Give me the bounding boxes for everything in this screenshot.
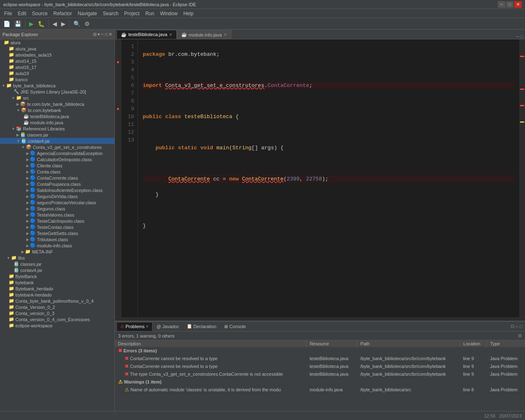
menu-navigate[interactable]: Navigate — [75, 10, 99, 17]
menu-project[interactable]: Project — [122, 10, 142, 17]
editor-min-btn[interactable]: ─ — [516, 34, 520, 39]
tree-item[interactable]: 🫙contav4.jar — [0, 267, 114, 273]
toolbar-forward-btn[interactable]: ▶ — [59, 20, 67, 28]
tree-item[interactable]: 🔧JRE System Library [JavaSE-20] — [0, 89, 114, 95]
menu-refactor[interactable]: Refactor — [51, 10, 74, 17]
tree-item[interactable]: ▼📁byte_bank_biblioteca — [0, 82, 114, 89]
toolbar-settings-btn[interactable]: ⚙ — [83, 20, 91, 28]
tree-item[interactable]: ▼📁libs — [0, 255, 114, 261]
tree-item[interactable]: ▶🔵seguroProtecaoVeicular.class — [0, 199, 114, 205]
problem-row[interactable]: ⚠ Name of automatic module 'classes' is … — [115, 386, 525, 394]
tree-item[interactable]: ☕module-info.java — [0, 119, 114, 126]
tree-item[interactable]: ▶🔵module-info.class — [0, 242, 114, 249]
menu-file[interactable]: File — [2, 10, 14, 17]
tree-item[interactable]: ▶🔵ContaPoupanca.class — [0, 181, 114, 187]
tree-item[interactable]: 📁alura_java — [0, 46, 114, 52]
tree-item[interactable]: ▶🔵TesteContas.class — [0, 224, 114, 230]
tab-console[interactable]: 🖥 Console — [220, 322, 249, 331]
filter-btn[interactable]: ⊡ — [511, 324, 514, 329]
tree-item[interactable]: 📁Conta_version_0_4_com_Excessoes — [0, 316, 114, 322]
tree-item[interactable]: 📁Conta_Version_0_2 — [0, 304, 114, 310]
toolbar-back-btn[interactable]: ◀ — [51, 20, 59, 28]
tree-item[interactable]: ▶🔵TesteCalcImposto.class — [0, 218, 114, 224]
tree-item[interactable]: ▶🔵CalculadorDeImposto.class — [0, 156, 114, 162]
bottom-min-btn[interactable]: ─ — [516, 324, 519, 329]
expand-all-btn[interactable]: ⊞ — [518, 333, 522, 338]
bottom-max-btn[interactable]: □ — [520, 324, 523, 329]
menu-window[interactable]: Window — [158, 10, 180, 17]
toolbar-run-btn[interactable]: ▶ — [27, 20, 35, 28]
menu-run[interactable]: Run — [143, 10, 157, 17]
tree-item[interactable]: 📁alura — [0, 39, 114, 46]
tree-item[interactable]: 🫙classes.jar — [0, 261, 114, 267]
tree-item[interactable]: ▼🫙contav4.jar — [0, 138, 114, 144]
category-row[interactable]: ⚠ Warnings (1 item) — [115, 378, 525, 386]
problem-row[interactable]: ✖ The type Conta_v3_get_set_e_construtor… — [115, 370, 525, 378]
tree-item[interactable]: ▶🔵Conta.class — [0, 169, 114, 175]
tree-item[interactable]: ▼📦Conta_v3_get_set_e_construtores — [0, 144, 114, 150]
tree-item[interactable]: ▶📦br.com.byte_bank_biblioteca — [0, 101, 114, 107]
tree-item[interactable]: ▼📚Referenced Libraries — [0, 126, 114, 132]
minimize-btn[interactable]: ─ — [498, 1, 505, 8]
problem-row[interactable]: ✖ ContaCorrente cannot be resolved to a … — [115, 355, 525, 363]
declaration-label: Declaration — [194, 324, 217, 329]
problem-row[interactable]: ✖ ContaCorrente cannot be resolved to a … — [115, 363, 525, 370]
close-btn[interactable]: ✕ — [514, 1, 522, 8]
menu-source[interactable]: Source — [30, 10, 50, 17]
toolbar-save-btn[interactable]: 💾 — [13, 20, 23, 28]
maximize-btn[interactable]: □ — [506, 1, 514, 8]
tree-item[interactable]: 📁eclipse-workspace — [0, 322, 114, 329]
toolbar-new-btn[interactable]: 📄 — [2, 20, 12, 28]
explorer-menu-btn[interactable]: ▾ — [98, 32, 100, 37]
problems-tab-close[interactable]: ✕ — [146, 324, 149, 329]
tree-item[interactable]: ▶🔵ContaCorrente.class — [0, 175, 114, 181]
tab-close-1[interactable]: ✕ — [169, 32, 172, 37]
tree-item[interactable]: 📁Conta_byte_bank_polimorfismo_v_0_4 — [0, 298, 114, 304]
tree-item[interactable]: 📁bytebank-herdado — [0, 292, 114, 298]
tab-testeBiblioteca[interactable]: ☕ testeBiblioteca.java ✕ — [116, 30, 177, 39]
tree-item[interactable]: ▶🔵Tributavel.class — [0, 236, 114, 242]
tree-item[interactable]: 📁ByteBanck — [0, 273, 114, 279]
category-row[interactable]: ✖ Errors (3 items) — [115, 347, 525, 355]
explorer-max-btn[interactable]: □ — [105, 32, 107, 37]
menu-edit[interactable]: Edit — [15, 10, 29, 17]
tree-item[interactable]: ▶🔵TestaValores.class — [0, 212, 114, 218]
tree-item[interactable]: 📁bytebank — [0, 279, 114, 285]
tab-javadoc[interactable]: @ Javadoc — [153, 322, 183, 331]
tree-item[interactable]: ▶🔵AgenciaEcontaInvalidaException — [0, 150, 114, 156]
tree-item[interactable]: 📁banco — [0, 76, 114, 82]
tree-item[interactable]: ▶🔵SeguroDeVida.class — [0, 193, 114, 199]
tree-item[interactable]: ▶🫙classes.jar — [0, 132, 114, 138]
menu-help[interactable]: Help — [181, 10, 196, 17]
toolbar-sep-2 — [48, 20, 49, 27]
tree-item[interactable]: ▶📁META-INF — [0, 249, 114, 255]
tree-item[interactable]: ▶🔵TesteGettSetts.class — [0, 230, 114, 236]
explorer-min-btn[interactable]: ─ — [101, 32, 104, 37]
tree-item[interactable]: ▶🔵Seguros.class — [0, 205, 114, 212]
tree-item[interactable]: ▼📦br.com.bytebank — [0, 107, 114, 113]
tab-close-2[interactable]: ✕ — [224, 32, 227, 37]
tree-item[interactable]: ▼📁src — [0, 95, 114, 101]
tree-item[interactable]: ☕testeBiblioteca.java — [0, 113, 114, 119]
tab-problems[interactable]: ⚠ Problems ✕ — [116, 322, 153, 331]
explorer-close-btn[interactable]: ✕ — [109, 32, 112, 37]
toolbar-debug-btn[interactable]: 🐛 — [36, 20, 46, 28]
tab-module-info[interactable]: ☕ module-info.java ✕ — [177, 30, 231, 39]
tree-item[interactable]: ▶🔵Cliente.class — [0, 162, 114, 169]
tree-item[interactable]: 📁atvd14_15 — [0, 58, 114, 64]
tree-item[interactable]: 📁Bytebank_herdado — [0, 285, 114, 292]
explorer-collapse-btn[interactable]: ⊟ — [93, 32, 96, 37]
toolbar-sep-1 — [25, 20, 25, 27]
toolbar-search-btn[interactable]: 🔍 — [72, 20, 82, 28]
menu-search[interactable]: Search — [100, 10, 121, 17]
tree-item[interactable]: 📁Conta_version_0_3 — [0, 310, 114, 316]
tree-item[interactable]: 📁aula19 — [0, 70, 114, 76]
editor-hscrollbar[interactable] — [115, 317, 525, 321]
tree-item[interactable]: ▶🔵SaldoInsuficienteException.class — [0, 187, 114, 193]
tab-declaration[interactable]: 📋 Declaration — [183, 322, 220, 331]
tree-item[interactable]: 📁atividades_aula15 — [0, 52, 114, 58]
code-content[interactable]: package br.com.bytebank; import Conta_v3… — [138, 39, 519, 317]
editor-max-btn[interactable]: □ — [520, 34, 523, 39]
code-line-8 — [143, 160, 514, 167]
tree-item[interactable]: 📁atvd16_17 — [0, 64, 114, 70]
